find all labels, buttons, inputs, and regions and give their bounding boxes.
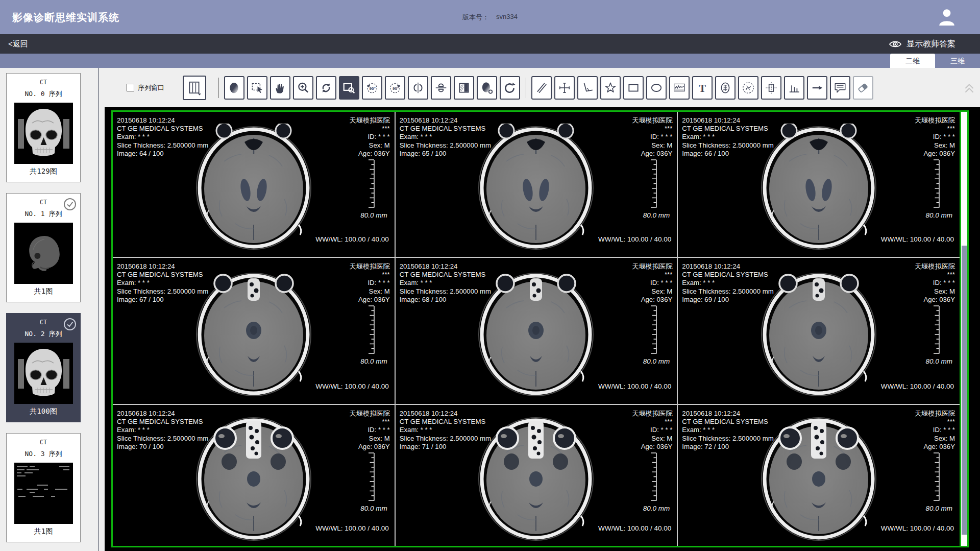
ct-brain-image bbox=[477, 270, 595, 397]
flip-horizontal-button[interactable] bbox=[408, 76, 428, 100]
invert-button[interactable] bbox=[454, 76, 474, 100]
overlay-patient-id: ID: * * * bbox=[915, 426, 955, 434]
series-card-3[interactable]: CTNO. 3 序列 共1图 bbox=[6, 433, 81, 542]
tab-2d[interactable]: 二维 bbox=[890, 54, 935, 68]
window-level-button[interactable] bbox=[224, 76, 244, 100]
ct-viewport-cell-2[interactable]: 20150618 10:12:24CT GE MEDICAL SYSTEMSEx… bbox=[678, 112, 960, 257]
scale-ruler bbox=[650, 305, 657, 355]
show-teacher-answer-button[interactable]: 显示教师答案 bbox=[889, 34, 955, 54]
arrow-annotation-button[interactable] bbox=[807, 76, 827, 100]
magnify-roi-icon bbox=[342, 81, 356, 94]
overlay-patient-id: ID: * * * bbox=[915, 279, 955, 287]
ct-viewport-cell-0[interactable]: 20150618 10:12:24CT GE MEDICAL SYSTEMSEx… bbox=[113, 112, 395, 257]
ct-viewport-cell-4[interactable]: 20150618 10:12:24CT GE MEDICAL SYSTEMSEx… bbox=[396, 258, 677, 404]
zoom-in-button[interactable] bbox=[293, 76, 313, 100]
note-icon bbox=[834, 81, 847, 94]
app-window: 影像诊断思维实训系统 版本号： svn334 <返回 显示教师答案 二维 三 bbox=[0, 0, 980, 551]
scale-ruler-box bbox=[933, 305, 940, 356]
ct-image bbox=[477, 270, 595, 397]
ellipse-roi-button[interactable] bbox=[646, 76, 667, 100]
measure-angle-button[interactable] bbox=[577, 76, 598, 100]
window-level-auto-button[interactable] bbox=[477, 76, 497, 100]
user-avatar-button[interactable] bbox=[937, 7, 957, 27]
overlay-age: Age: 036Y bbox=[915, 150, 955, 158]
window-level-label: WW/WL: 100.00 / 40.00 bbox=[315, 382, 388, 390]
main-area: 序列窗口 90°90° T 20150618 10:12:24CT GE MED… bbox=[99, 68, 980, 551]
series-card-1[interactable]: CTNO. 1 序列 共1图 bbox=[6, 193, 81, 302]
ct-image bbox=[760, 415, 878, 541]
ct-viewport-cell-7[interactable]: 20150618 10:12:24CT GE MEDICAL SYSTEMSEx… bbox=[396, 405, 677, 546]
overlay-hospital: 天堰模拟医院 bbox=[632, 410, 672, 418]
series-window-checkbox[interactable]: 序列窗口 bbox=[127, 83, 164, 92]
ct-viewport-cell-5[interactable]: 20150618 10:12:24CT GE MEDICAL SYSTEMSEx… bbox=[678, 258, 960, 404]
ct-image bbox=[477, 415, 595, 541]
scale-ruler bbox=[368, 159, 375, 209]
rotate-90-cw-button[interactable]: 90° bbox=[385, 76, 405, 100]
back-button[interactable]: <返回 bbox=[8, 34, 28, 54]
rotate-90-ccw-button[interactable]: 90° bbox=[362, 76, 382, 100]
series-thumbnail bbox=[14, 103, 73, 164]
scale-ruler bbox=[650, 452, 657, 502]
measure-cross-button[interactable] bbox=[554, 76, 575, 100]
text-annotation-icon: T bbox=[696, 81, 709, 94]
grid-roi-button[interactable] bbox=[761, 76, 781, 100]
viewer-scrollbar-thumb[interactable] bbox=[962, 246, 967, 535]
overlay-hospital: 天堰模拟医院 bbox=[632, 116, 672, 125]
curve-roi-button[interactable] bbox=[669, 76, 690, 100]
ct-image bbox=[477, 124, 595, 250]
cell-overlay-topright: 天堰模拟医院***ID: * * *Sex: MAge: 036Y bbox=[632, 116, 672, 158]
spline-roi-icon bbox=[742, 81, 755, 94]
layout-selector-button[interactable] bbox=[183, 76, 206, 100]
flip-vertical-button[interactable] bbox=[431, 76, 451, 100]
ct-viewport-cell-8[interactable]: 20150618 10:12:24CT GE MEDICAL SYSTEMSEx… bbox=[678, 405, 960, 546]
rotate-90-cw-icon: 90° bbox=[388, 81, 402, 94]
version-label: 版本号： bbox=[462, 13, 489, 22]
select-icon bbox=[251, 81, 264, 94]
select-button[interactable] bbox=[247, 76, 267, 100]
series-card-0[interactable]: CTNO. 0 序列 共129图 bbox=[6, 73, 81, 182]
pan-icon bbox=[274, 81, 287, 94]
rect-roi-button[interactable] bbox=[623, 76, 644, 100]
scale-label: 80.0 mm bbox=[643, 505, 670, 512]
spline-roi-button[interactable] bbox=[738, 76, 758, 100]
magnify-roi-button[interactable] bbox=[339, 76, 359, 100]
series-count: 共1图 bbox=[7, 527, 80, 536]
series-card-2[interactable]: CTNO. 2 序列 共100图 bbox=[6, 313, 81, 422]
measure-line-button[interactable] bbox=[531, 76, 552, 100]
scale-ruler bbox=[933, 452, 940, 502]
text-annotation-button[interactable]: T bbox=[692, 76, 713, 100]
ct-brain-image bbox=[760, 415, 878, 541]
intensity-profile-button[interactable] bbox=[784, 76, 804, 100]
overlay-sex: Sex: M bbox=[350, 435, 390, 443]
ct-viewport-cell-3[interactable]: 20150618 10:12:24CT GE MEDICAL SYSTEMSEx… bbox=[113, 258, 395, 404]
overlay-age: Age: 036Y bbox=[915, 296, 955, 304]
overlay-sex: Sex: M bbox=[632, 435, 672, 443]
ct-viewport-cell-1[interactable]: 20150618 10:12:24CT GE MEDICAL SYSTEMSEx… bbox=[396, 112, 677, 257]
viewer-scrollbar[interactable] bbox=[960, 112, 967, 546]
collapse-toolbar-button[interactable] bbox=[963, 81, 976, 94]
polygon-roi-button[interactable] bbox=[600, 76, 621, 100]
overlay-age: Age: 036Y bbox=[350, 443, 390, 451]
ct-image bbox=[194, 124, 313, 250]
svg-text:T: T bbox=[699, 82, 706, 93]
toolbar-group-primary: 90°90° bbox=[224, 76, 523, 100]
overlay-age: Age: 036Y bbox=[632, 150, 672, 158]
tab-3d[interactable]: 三维 bbox=[935, 54, 980, 68]
ct-viewport-cell-6[interactable]: 20150618 10:12:24CT GE MEDICAL SYSTEMSEx… bbox=[113, 405, 395, 546]
scale-ruler bbox=[650, 159, 657, 209]
overlay-sex: Sex: M bbox=[632, 141, 672, 150]
scale-ruler-box bbox=[933, 452, 940, 504]
rotate-free-button[interactable] bbox=[316, 76, 336, 100]
app-title: 影像诊断思维实训系统 bbox=[12, 10, 119, 24]
window-level-icon bbox=[228, 81, 241, 94]
reset-button[interactable] bbox=[500, 76, 520, 100]
overlay-sex: Sex: M bbox=[350, 288, 390, 296]
scale-label: 80.0 mm bbox=[925, 505, 952, 512]
pan-button[interactable] bbox=[270, 76, 290, 100]
curve-roi-icon bbox=[673, 81, 686, 94]
overlay-age: Age: 036Y bbox=[350, 296, 390, 304]
series-count: 共1图 bbox=[7, 287, 80, 296]
note-button[interactable] bbox=[830, 76, 850, 100]
ellipse-stat-button[interactable] bbox=[715, 76, 736, 100]
eraser-button[interactable] bbox=[853, 76, 873, 100]
